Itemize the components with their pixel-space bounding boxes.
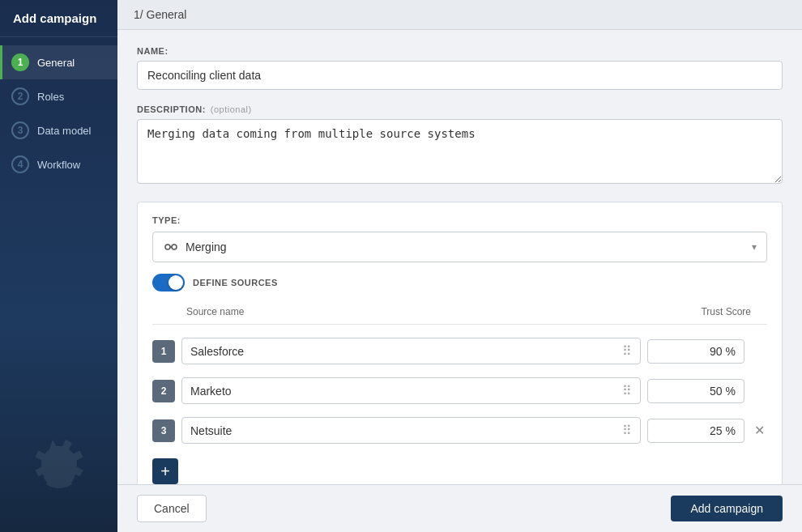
drag-handle-3[interactable]: ⠿ [622, 423, 632, 438]
sidebar-item-workflow[interactable]: 4 Workflow [0, 147, 117, 181]
drag-handle-2[interactable]: ⠿ [622, 383, 632, 398]
toggle-knob [169, 275, 183, 290]
source-number-1: 1 [152, 340, 175, 363]
source-name-field-1[interactable]: Salesforce ⠿ [181, 338, 641, 364]
add-source-button[interactable]: + [152, 458, 178, 484]
sidebar: Add campaign 1 General 2 Roles 3 Data mo… [0, 0, 117, 532]
table-row: 3 Netsuite ⠿ ✕ [152, 411, 767, 450]
step-badge-2: 2 [11, 87, 29, 105]
chevron-down-icon: ▾ [752, 241, 757, 253]
source-number-2: 2 [152, 380, 175, 402]
source-score-3[interactable] [647, 419, 744, 443]
svg-point-0 [165, 245, 170, 249]
sidebar-item-roles[interactable]: 2 Roles [0, 79, 117, 113]
toggle-label: DEFINE SOURCES [193, 278, 278, 287]
type-select-inner: Merging [163, 239, 227, 255]
cancel-button[interactable]: Cancel [137, 495, 207, 522]
source-name-text-3: Netsuite [190, 424, 617, 437]
page-form: NAME: DESCRIPTION: (optional) Merging da… [117, 30, 802, 484]
step-badge-1: 1 [11, 53, 29, 71]
step-badge-3: 3 [11, 121, 29, 139]
svg-point-1 [172, 245, 177, 249]
sidebar-label-roles: Roles [37, 91, 64, 103]
toggle-row: DEFINE SOURCES [152, 274, 767, 292]
add-campaign-button[interactable]: Add campaign [671, 496, 783, 521]
sources-table: Source name Trust Score 1 Salesforce ⠿ 2 [152, 303, 767, 484]
type-select[interactable]: Merging ▾ [152, 232, 767, 262]
sidebar-title: Add campaign [0, 0, 117, 37]
merge-icon [163, 239, 179, 255]
source-name-text-1: Salesforce [190, 345, 617, 358]
sidebar-item-datamodel[interactable]: 3 Data model [0, 113, 117, 147]
drag-handle-1[interactable]: ⠿ [622, 343, 632, 359]
page-footer: Cancel Add campaign [117, 484, 802, 532]
description-input[interactable]: Merging data coming from multiple source… [137, 119, 783, 184]
description-optional-label: (optional) [211, 104, 252, 114]
sidebar-label-datamodel: Data model [37, 125, 91, 137]
source-name-field-3[interactable]: Netsuite ⠿ [181, 417, 641, 444]
source-score-2[interactable] [647, 379, 744, 403]
gear-decoration [19, 432, 100, 516]
type-label: TYPE: [152, 215, 767, 225]
source-name-text-2: Marketo [190, 385, 617, 398]
table-row: 2 Marketo ⠿ [152, 371, 767, 411]
sources-header-name-label: Source name [152, 306, 605, 317]
table-row: 1 Salesforce ⠿ [152, 331, 767, 371]
remove-source-3-button[interactable]: ✕ [751, 423, 767, 439]
step-badge-4: 4 [11, 155, 29, 173]
type-selected-label: Merging [186, 240, 227, 253]
name-input[interactable] [137, 61, 783, 90]
sidebar-nav: 1 General 2 Roles 3 Data model 4 Workflo… [0, 37, 117, 181]
name-label: NAME: [137, 46, 783, 56]
define-sources-toggle[interactable] [152, 274, 185, 292]
source-number-3: 3 [152, 419, 175, 442]
name-group: NAME: [137, 46, 783, 90]
source-name-field-2[interactable]: Marketo ⠿ [181, 377, 641, 404]
type-section: TYPE: Merging ▾ [137, 202, 783, 484]
page-breadcrumb: 1/ General [117, 0, 802, 30]
sidebar-item-general[interactable]: 1 General [0, 45, 117, 79]
description-label: DESCRIPTION: (optional) [137, 104, 783, 114]
main-content: 1/ General NAME: DESCRIPTION: (optional)… [117, 0, 802, 532]
sources-header: Source name Trust Score [152, 303, 767, 325]
sidebar-label-general: General [37, 57, 75, 69]
description-group: DESCRIPTION: (optional) Merging data com… [137, 104, 783, 187]
source-score-1[interactable] [647, 339, 744, 364]
sources-header-score-label: Trust Score [605, 306, 767, 317]
sidebar-label-workflow: Workflow [37, 159, 80, 171]
